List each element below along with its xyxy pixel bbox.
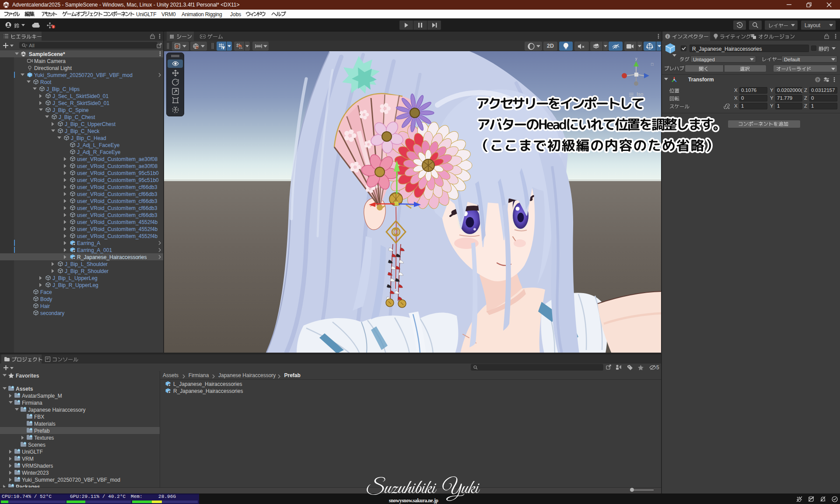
svg-text:?: ? [816, 77, 819, 82]
svg-text:!: ! [53, 25, 54, 28]
svg-text:y: y [635, 56, 637, 61]
svg-text:Y: Y [222, 46, 225, 49]
svg-text:□: □ [651, 62, 654, 66]
